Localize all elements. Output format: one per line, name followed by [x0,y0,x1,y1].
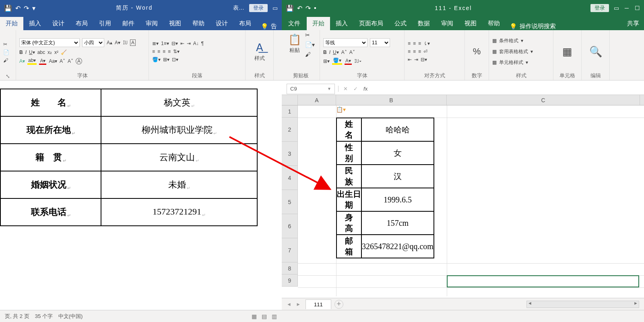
find-button[interactable]: 🔍 [588,44,604,60]
align-right-icon[interactable]: ≡ [418,49,421,54]
cell-value[interactable]: 3265478221@qq.com [361,235,434,258]
language[interactable]: 中文(中国) [58,313,83,320]
excel-grid[interactable]: A B C 1 2 3 4 5 6 7 8 9 📋▾ [282,95,644,296]
format-painter-icon[interactable]: 🖌 [305,51,315,58]
multilevel-icon[interactable]: ⊟▾ [171,41,178,46]
table-format-button[interactable]: ▦ 套用表格格式▾ [492,48,550,55]
tab-insert[interactable]: 插入 [330,17,353,30]
font-color-icon[interactable]: A▾ [345,58,352,65]
cell-value[interactable]: 157cm [361,211,434,235]
shading-icon[interactable]: 🪣▾ [152,57,161,62]
tab-help[interactable]: 帮助 [187,17,210,30]
cell-value[interactable]: 柳州城市职业学院↵ [101,116,257,144]
row-header[interactable]: 7 [282,238,298,262]
row-header[interactable]: 5 [282,190,298,214]
wrap-text-icon[interactable]: ⏎ [423,49,427,54]
orientation-icon[interactable]: ⤹▾ [423,41,430,46]
sheet-tab[interactable]: 111 [305,299,331,309]
font-name-select[interactable]: 等线 [323,38,367,47]
tell-me[interactable]: 💡 操作说明搜索 [510,23,556,30]
tab-mailings[interactable]: 邮件 [117,17,140,30]
row-header[interactable]: 9 [282,275,298,287]
tab-home[interactable]: 开始 [0,17,23,30]
col-header[interactable]: B [336,95,447,105]
tab-view[interactable]: 视图 [459,17,482,30]
copy-icon[interactable]: 📄 [3,50,12,55]
line-spacing-icon[interactable]: ⇅▾ [173,49,180,54]
superscript-button[interactable]: x² [54,50,58,55]
row-header[interactable]: 6 [282,214,298,238]
cond-format-button[interactable]: ▦ 条件格式▾ [492,37,550,44]
horizontal-scrollbar[interactable] [526,301,639,308]
tab-layout[interactable]: 布局 [70,17,93,30]
underline-button[interactable]: U▾ [333,50,339,55]
row-header[interactable]: 2 [282,118,298,142]
font-name-select[interactable]: 宋体 (中文正文) [19,38,80,47]
cell-value[interactable]: 云南文山↵ [101,144,257,171]
redo-icon[interactable]: ↷ [305,4,311,12]
cut-icon[interactable]: ✂ [305,32,315,38]
shrink-font-icon[interactable]: A˅ [349,50,355,55]
cell-label[interactable]: 籍 贯↵ [0,144,101,171]
borders-icon[interactable]: ⊞▾ [163,57,169,62]
grow-font-icon[interactable]: A˄ [341,50,347,55]
col-header[interactable]: A [298,95,336,105]
undo-icon[interactable]: ↶ [15,4,21,12]
text-effects-icon[interactable]: A▾ [19,58,25,64]
strike-button[interactable]: abc [37,50,45,55]
cell-label[interactable]: 联系电话↵ [0,198,101,226]
tell-me[interactable]: 💡 告 [261,23,277,30]
copy-icon[interactable]: 📄▾ [305,41,315,48]
ribbon-options-icon[interactable]: ▭ [272,5,278,11]
cancel-icon[interactable]: ✕ [343,86,348,92]
paste-button[interactable]: 📋 粘贴 [287,32,303,56]
enclose-char-icon[interactable]: A [76,58,82,64]
row-header[interactable]: 1 [282,105,298,118]
excel-table[interactable]: 姓 名哈哈哈 性 别女 民 族汉 出生日期1999.6.5 身 高157cm 邮… [336,118,434,258]
tab-help[interactable]: 帮助 [482,17,506,30]
tab-file[interactable]: 文件 [282,17,307,30]
cells-button[interactable]: ▦ [561,44,574,60]
number-format-icon[interactable]: % [473,46,481,57]
change-case-icon[interactable]: Aa▾ [49,58,57,64]
tab-table-design[interactable]: 设计 [210,17,233,30]
merge-icon[interactable]: ⊟▾ [421,57,427,62]
shrink-font-icon2[interactable]: A˅ [68,58,73,64]
cell-label[interactable]: 姓 名 [336,118,361,141]
col-header[interactable]: C [447,95,640,105]
select-all-corner[interactable] [282,95,298,105]
indent-dec-icon[interactable]: ⇤ [408,57,412,62]
print-layout-icon[interactable]: ▤ [262,313,267,320]
cell-styles-button[interactable]: ▦ 单元格样式▾ [492,59,550,66]
show-marks-icon[interactable]: ¶ [201,41,204,46]
italic-button[interactable]: I [329,50,330,55]
sheet-nav-icon[interactable]: ◄ ► [287,301,302,307]
word-document[interactable]: 姓 名↵杨文英↵ 现在所在地↵柳州城市职业学院↵ 籍 贯↵云南文山↵ 婚姻状况↵… [0,80,282,306]
tab-formulas[interactable]: 公式 [389,17,412,30]
tab-data[interactable]: 数据 [412,17,436,30]
indent-inc-icon[interactable]: ⇥ [414,57,418,62]
underline-button[interactable]: U▾ [29,50,35,55]
align-left-icon[interactable]: ≡ [408,49,411,54]
snap-grid-icon[interactable]: ⊡▾ [172,57,178,62]
row-header[interactable]: 8 [282,262,298,275]
cell-label[interactable]: 性 别 [336,141,361,165]
cell-value[interactable]: 15723721291↵ [101,198,257,226]
save-icon[interactable]: 💾 [4,4,12,12]
cell-value[interactable]: 女 [361,141,434,165]
borders-icon[interactable]: ⊞▾ [323,58,330,64]
clear-format-icon[interactable]: 🧹 [61,50,67,55]
chevron-down-icon[interactable]: ▼ [327,87,331,91]
phonetic-icon[interactable]: ㍺▾ [354,58,361,64]
align-center-icon[interactable]: ≡ [413,49,416,54]
maximize-icon[interactable]: ☐ [634,5,640,11]
italic-button[interactable]: I [25,50,27,55]
name-box[interactable]: C9▼ [287,84,335,94]
char-border-icon[interactable]: A [130,39,136,46]
word-table[interactable]: 姓 名↵杨文英↵ 现在所在地↵柳州城市职业学院↵ 籍 贯↵云南文山↵ 婚姻状况↵… [0,89,258,226]
paste-options-icon[interactable]: 📋▾ [336,106,346,113]
tab-review[interactable]: 审阅 [436,17,459,30]
share-button[interactable]: 共享 [622,17,644,30]
format-painter-icon[interactable]: 🖌 [3,58,12,63]
phonetic-guide-icon[interactable]: ㍺ [123,40,128,45]
